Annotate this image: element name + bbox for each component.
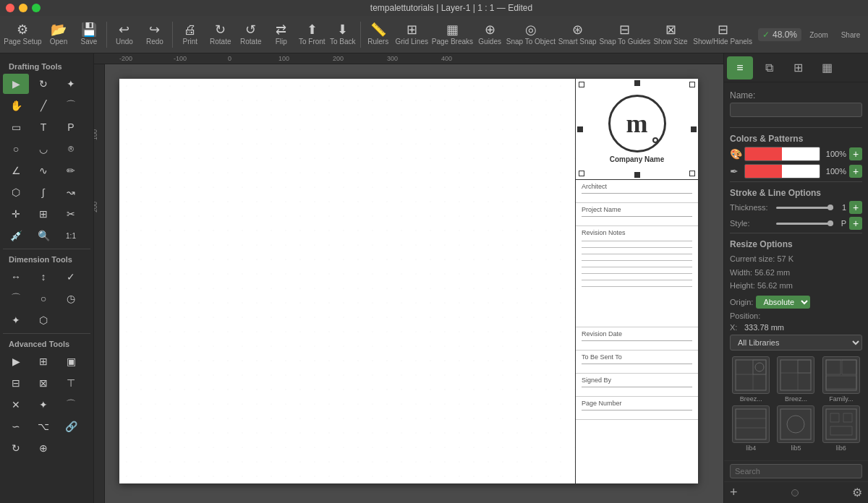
flip-button[interactable]: ⇄ Flip	[267, 17, 296, 52]
trim-tool[interactable]: ✂	[58, 204, 84, 224]
redo-button[interactable]: ↪ Redo	[140, 17, 169, 52]
adv-c-tool[interactable]: ↻	[3, 438, 29, 458]
select-tool[interactable]: ▶	[3, 74, 29, 94]
zoom-11-tool[interactable]: 1:1	[58, 225, 84, 246]
page-number-lines	[582, 410, 692, 410]
adv-d-tool[interactable]: ⊕	[30, 438, 56, 458]
adv-select-tool[interactable]: ▶	[3, 351, 29, 371]
share-button[interactable]: Share	[836, 17, 865, 52]
register-tool[interactable]: ®	[58, 139, 84, 159]
chart-tab[interactable]: ▦	[814, 56, 840, 79]
rotate-cw-button[interactable]: ↻ Rotate	[206, 17, 235, 52]
adv-3-tool[interactable]: ⊠	[30, 373, 56, 393]
dim-clock-tool[interactable]: ◷	[58, 288, 84, 309]
fill-swatch[interactable]	[744, 147, 820, 161]
dim-hex-tool[interactable]: ⬡	[30, 310, 56, 330]
to-back-button[interactable]: ⬇ To Back	[328, 17, 357, 52]
thickness-add-button[interactable]: +	[849, 201, 862, 214]
eyedrop-tool[interactable]: 💉	[3, 225, 29, 246]
show-size-button[interactable]: ⊠ Show Size	[652, 17, 689, 52]
zoom-display[interactable]: ✓ 48.0%	[758, 28, 801, 41]
to-front-icon: ⬆	[307, 23, 318, 36]
dim-h-tool[interactable]: ↔	[3, 267, 29, 287]
library-item-6[interactable]: lib6	[820, 405, 862, 452]
adv-pipe-tool[interactable]: ⊤	[58, 373, 84, 393]
dim-arc-tool[interactable]: ⌒	[3, 288, 29, 309]
layers-tab[interactable]: ⧉	[756, 56, 782, 79]
open-icon: 📂	[51, 23, 67, 36]
library-item-5[interactable]: lib5	[775, 405, 817, 452]
guides-button[interactable]: ⊕ Guides	[475, 17, 504, 52]
undo-button[interactable]: ↩ Undo	[110, 17, 139, 52]
adv-a-tool[interactable]: ∽	[3, 416, 29, 437]
text-tool[interactable]: T	[30, 117, 56, 137]
adv-b-tool[interactable]: ⌥	[30, 416, 56, 437]
adv-y-tool[interactable]: ✦	[30, 395, 56, 415]
libraries-dropdown[interactable]: All Libraries	[730, 335, 862, 351]
zoom-button[interactable]: Zoom	[804, 17, 833, 52]
pencil-tool[interactable]: ✏	[58, 160, 84, 181]
rulers-button[interactable]: 📏 Rulers	[364, 17, 393, 52]
maximize-button[interactable]	[32, 4, 41, 12]
grid-lines-button[interactable]: ⊞ Grid Lines	[394, 17, 430, 52]
pen-tool[interactable]: ✦	[58, 74, 84, 94]
dim-star-tool[interactable]: ✦	[3, 310, 29, 330]
open-button[interactable]: 📂 Open	[44, 17, 73, 52]
properties-tab[interactable]: ≡	[727, 56, 753, 79]
adv-x-tool[interactable]: ✕	[3, 395, 29, 415]
grid-tab[interactable]: ⊞	[785, 56, 811, 79]
dim-v-tool[interactable]: ↕	[30, 267, 56, 287]
page-setup-button[interactable]: ⚙ Page Setup	[3, 17, 43, 52]
rotate-tool[interactable]: ↻	[30, 74, 56, 94]
show-hide-panels-button[interactable]: ⊟ Show/Hide Panels	[690, 17, 755, 52]
canvas-scroll[interactable]: m Company Name Architect	[105, 64, 723, 503]
snap-to-guides-button[interactable]: ⊟ Snap To Guides	[599, 17, 651, 52]
dim-circle-tool[interactable]: ○	[30, 288, 56, 309]
thickness-slider[interactable]	[776, 207, 833, 209]
smart-snap-button[interactable]: ⊛ Smart Snap	[557, 17, 597, 52]
move-tool[interactable]: ✛	[3, 204, 29, 224]
close-button[interactable]	[6, 4, 14, 12]
adv-z-tool[interactable]: ⌒	[58, 395, 84, 415]
rect-tool[interactable]: ▭	[3, 117, 29, 137]
bezier-tool[interactable]: ⌒	[58, 95, 84, 116]
print-button[interactable]: 🖨 Print	[176, 17, 205, 52]
page-breaks-button[interactable]: ▦ Page Breaks	[431, 17, 474, 52]
rotate-ccw-button[interactable]: ↺ Rotate	[237, 17, 265, 52]
adv-2-tool[interactable]: ⊟	[3, 373, 29, 393]
name-input[interactable]	[730, 103, 862, 117]
library-search-input[interactable]	[730, 464, 862, 478]
line-tool[interactable]: ╱	[30, 95, 56, 116]
adv-expand-tool[interactable]: ⊞	[30, 351, 56, 371]
library-add-button[interactable]: +	[730, 485, 738, 500]
polygon-tool[interactable]: ⬡	[3, 182, 29, 202]
to-front-button[interactable]: ⬆ To Front	[297, 17, 327, 52]
spline-tool[interactable]: ↝	[58, 182, 84, 202]
save-button[interactable]: 💾 Save	[75, 17, 103, 52]
adv-link-tool[interactable]: 🔗	[58, 416, 84, 437]
adv-film-tool[interactable]: ▣	[58, 351, 84, 371]
label-tool[interactable]: P	[58, 117, 84, 137]
style-add-button[interactable]: +	[849, 217, 862, 230]
freehand-tool[interactable]: ∫	[30, 182, 56, 202]
library-item-4[interactable]: lib4	[730, 405, 772, 452]
hand-tool[interactable]: ✋	[3, 95, 29, 116]
stroke-add-button[interactable]: +	[849, 165, 862, 178]
fill-add-button[interactable]: +	[849, 147, 862, 160]
circle-tool[interactable]: ○	[3, 139, 29, 159]
origin-select[interactable]: Absolute	[756, 296, 810, 309]
library-settings-button[interactable]: ⚙	[852, 486, 862, 499]
style-slider[interactable]	[776, 223, 833, 225]
library-item-3[interactable]: Family...	[820, 356, 862, 403]
align-tool[interactable]: ⊞	[30, 204, 56, 224]
snap-to-object-button[interactable]: ◎ Snap To Object	[506, 17, 556, 52]
library-item-1[interactable]: Breez...	[730, 356, 772, 403]
magnify-tool[interactable]: 🔍	[30, 225, 56, 246]
wave-tool[interactable]: ∿	[30, 160, 56, 181]
angle-tool[interactable]: ∠	[3, 160, 29, 181]
stroke-swatch[interactable]	[744, 164, 820, 179]
minimize-button[interactable]	[19, 4, 27, 12]
arc-tool[interactable]: ◡	[30, 139, 56, 159]
dim-angle-tool[interactable]: ✓	[58, 267, 84, 287]
library-item-2[interactable]: Breez...	[775, 356, 817, 403]
